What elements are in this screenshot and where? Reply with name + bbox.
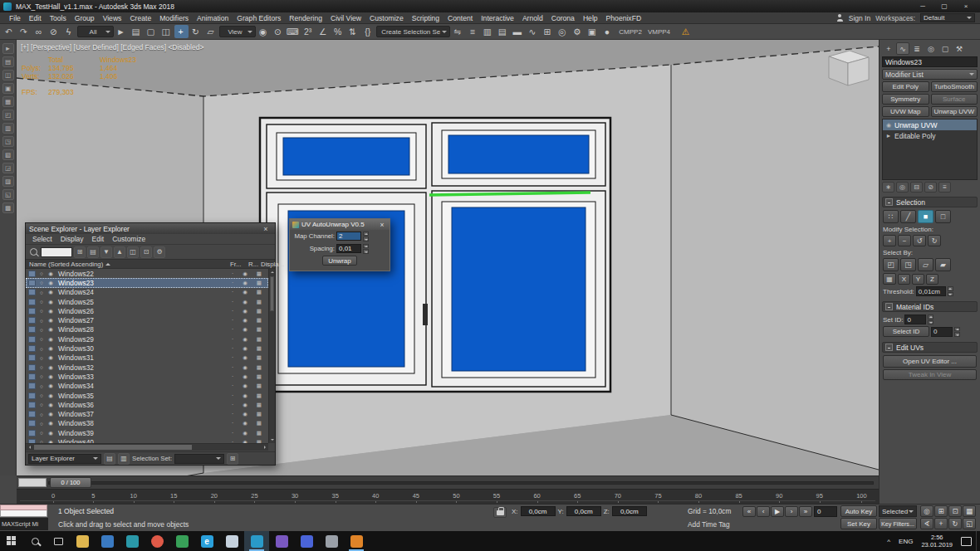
modifier-button[interactable]: Unwrap UVW bbox=[931, 106, 978, 117]
render-column-icon[interactable]: ◉ bbox=[243, 373, 247, 380]
visibility-toggle-icon[interactable]: ◉ bbox=[47, 383, 54, 389]
modifier-list-dropdown[interactable]: Modifier List bbox=[882, 69, 978, 80]
coordinate-field[interactable]: 0,0cm bbox=[566, 506, 601, 516]
timeline-ruler[interactable]: 0510152025303540455055606570758085909510… bbox=[17, 489, 879, 504]
frozen-column-icon[interactable]: · bbox=[232, 364, 233, 371]
scroll-down-icon[interactable] bbox=[269, 436, 275, 443]
menu-item[interactable]: Edit bbox=[89, 235, 108, 243]
visibility-toggle-icon[interactable]: ◉ bbox=[47, 280, 54, 286]
frozen-column-icon[interactable]: · bbox=[232, 430, 233, 436]
frozen-column-icon[interactable]: · bbox=[232, 420, 233, 427]
render-production-icon[interactable]: ● bbox=[600, 25, 615, 38]
edge-browser-icon[interactable]: e bbox=[194, 531, 219, 551]
explorer-footer-icon[interactable]: ▥ bbox=[118, 453, 130, 465]
visibility-toggle-icon[interactable]: ◉ bbox=[47, 393, 54, 399]
file-explorer-icon[interactable] bbox=[70, 531, 95, 551]
render-column-icon[interactable]: ◉ bbox=[243, 271, 247, 277]
action-center-button[interactable] bbox=[957, 531, 976, 551]
menu-item[interactable]: Interactive bbox=[477, 12, 518, 23]
shrink-selection-icon[interactable]: − bbox=[898, 235, 911, 246]
frozen-column-icon[interactable]: · bbox=[232, 393, 233, 399]
layer-name[interactable]: Windows30 bbox=[58, 344, 94, 353]
z-axis-button[interactable]: Z bbox=[926, 274, 938, 285]
select-loop-icon[interactable]: ↺ bbox=[913, 235, 926, 246]
layer-name[interactable]: Windows32 bbox=[58, 363, 94, 372]
object-name-field[interactable]: Windows23 bbox=[882, 56, 978, 67]
select-smoothing-group-icon[interactable]: ▱ bbox=[918, 258, 933, 271]
layer-name[interactable]: Windows34 bbox=[58, 382, 94, 390]
x-axis-button[interactable]: X bbox=[898, 274, 910, 285]
taskbar-clock[interactable]: 2:5623.01.2019 bbox=[917, 531, 957, 551]
scene-explorer-titlebar[interactable]: Scene Explorer - Layer Explorer × bbox=[26, 223, 275, 234]
modifier-stack-row[interactable]: ► Editable Poly bbox=[883, 130, 977, 141]
dialog-titlebar[interactable]: UV AutoUnwrap V0.5 × bbox=[290, 219, 390, 230]
display-column-icon[interactable]: ▦ bbox=[257, 271, 262, 277]
pan-icon[interactable]: + bbox=[934, 518, 948, 529]
edge-subobject-icon[interactable]: ╱ bbox=[900, 210, 916, 223]
spacing-spinner[interactable] bbox=[363, 244, 369, 254]
mirror-icon[interactable]: ⇋ bbox=[451, 25, 465, 38]
visibility-toggle-icon[interactable]: ◉ bbox=[47, 345, 54, 352]
select-and-scale-icon[interactable]: ▱ bbox=[204, 25, 218, 38]
layer-name[interactable]: Windows36 bbox=[58, 401, 94, 409]
visibility-toggle-icon[interactable]: ◉ bbox=[47, 354, 54, 361]
add-time-tag[interactable]: Add Time Tag bbox=[688, 520, 730, 529]
show-end-result-icon[interactable]: ◎ bbox=[896, 182, 909, 193]
unlink-selection-icon[interactable]: ⊘ bbox=[47, 25, 61, 38]
select-id-field[interactable]: 0 bbox=[931, 327, 953, 337]
modifier-button[interactable]: Symmetry bbox=[882, 94, 929, 105]
play-animation-icon[interactable]: ▶ bbox=[771, 506, 784, 517]
table-row[interactable]: ○ ◉ Windows27 · ◉ ▦ bbox=[26, 315, 268, 324]
set-id-field[interactable]: 0 bbox=[904, 315, 926, 324]
motion-tab-icon[interactable]: ◎ bbox=[924, 42, 938, 55]
angle-snap-icon[interactable]: ∠ bbox=[316, 25, 331, 38]
app-icon-orange[interactable] bbox=[344, 531, 369, 551]
go-to-start-icon[interactable]: « bbox=[742, 506, 756, 517]
maximize-button[interactable]: ▢ bbox=[933, 1, 955, 12]
visibility-toggle-icon[interactable]: ◉ bbox=[47, 308, 54, 315]
search-input[interactable] bbox=[41, 247, 72, 257]
task-view-button[interactable] bbox=[47, 531, 70, 551]
zoom-icon[interactable]: ◎ bbox=[920, 505, 933, 517]
expand-all-icon[interactable]: ▲ bbox=[114, 246, 125, 258]
display-column-icon[interactable]: ▦ bbox=[257, 289, 262, 295]
close-button[interactable]: × bbox=[955, 1, 977, 12]
maxscript-mini-listener-script-line[interactable] bbox=[0, 510, 47, 517]
close-icon[interactable]: × bbox=[377, 221, 387, 229]
menu-item[interactable]: Help bbox=[579, 12, 602, 23]
table-row[interactable]: ○ ◉ Windows35 · ◉ ▦ bbox=[26, 391, 268, 400]
display-column-icon[interactable]: ▦ bbox=[257, 420, 262, 427]
scroll-right-icon[interactable] bbox=[261, 444, 268, 451]
display-column-icon[interactable]: ▦ bbox=[257, 364, 262, 371]
table-row[interactable]: ○ ◉ Windows39 · ◉ ▦ bbox=[26, 428, 268, 437]
scrollbar-thumb[interactable] bbox=[270, 276, 274, 311]
visibility-toggle-icon[interactable]: ◉ bbox=[47, 411, 54, 417]
sort-alpha-icon[interactable]: ▤ bbox=[87, 246, 99, 258]
frozen-column-icon[interactable]: · bbox=[232, 402, 233, 408]
render-column-icon[interactable]: ◉ bbox=[243, 354, 247, 361]
frozen-column-icon[interactable]: · bbox=[232, 336, 233, 343]
render-setup-icon[interactable]: ⚙ bbox=[571, 25, 585, 38]
menu-item[interactable]: Group bbox=[71, 12, 99, 23]
lock-cell-editing-icon[interactable]: ⊡ bbox=[140, 246, 152, 258]
left-toolbar-icon[interactable]: ◰ bbox=[2, 110, 14, 120]
display-column-icon[interactable]: ▦ bbox=[257, 430, 262, 436]
select-and-link-icon[interactable]: ∞ bbox=[32, 25, 47, 38]
stack-row-icon[interactable]: ◉ bbox=[885, 122, 892, 129]
rectangular-selection-icon[interactable]: ▢ bbox=[145, 25, 159, 38]
visibility-toggle-icon[interactable]: ◉ bbox=[47, 289, 54, 295]
orbit-icon[interactable]: ↻ bbox=[948, 518, 962, 529]
cmpp-toolbar-label[interactable]: CMPP2 bbox=[615, 25, 644, 38]
set-id-spinner[interactable] bbox=[928, 315, 933, 324]
frozen-column-icon[interactable]: · bbox=[232, 354, 233, 361]
layer-name[interactable]: Windows38 bbox=[58, 419, 94, 427]
viewcube[interactable] bbox=[829, 51, 869, 85]
menu-item[interactable]: File bbox=[5, 12, 25, 23]
render-column-icon[interactable]: ◉ bbox=[243, 411, 247, 417]
table-row[interactable]: ○ ◉ Windows28 · ◉ ▦ bbox=[26, 325, 268, 334]
spinner-snap-icon[interactable]: ⇅ bbox=[346, 25, 360, 38]
snaps-toggle-icon[interactable]: 2³ bbox=[301, 25, 316, 38]
app-icon-blue[interactable] bbox=[95, 531, 120, 551]
visibility-toggle-icon[interactable]: ◉ bbox=[47, 430, 54, 436]
scene-explorer-toggle-icon[interactable]: ▥ bbox=[481, 25, 495, 38]
